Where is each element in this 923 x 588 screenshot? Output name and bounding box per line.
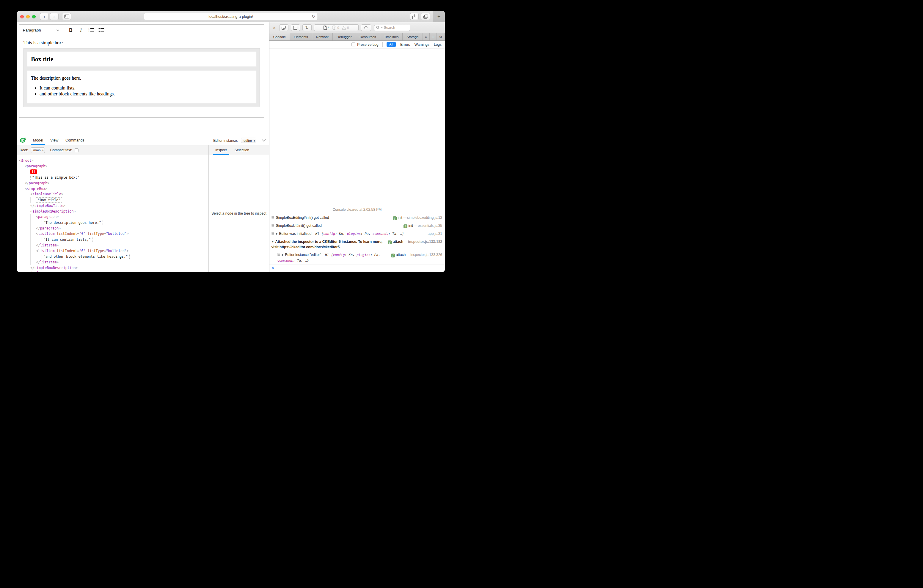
tab-model[interactable]: Model <box>31 136 45 145</box>
address-bar[interactable]: localhost/creating-a-plugin/ ↻ <box>144 13 318 20</box>
simple-box-widget[interactable]: Box title The description goes here. It … <box>23 48 260 107</box>
source-link[interactable]: simpleboxediting.js:12 <box>407 215 442 220</box>
resource-summary-button[interactable]: 4 0 <box>314 25 359 31</box>
disclosure-collapsed-icon[interactable]: ▶ <box>276 231 278 237</box>
source-link[interactable]: essentials.js:35 <box>418 223 442 228</box>
element-node[interactable]: <simpleBoxTitle> <box>30 191 63 197</box>
box-title-heading[interactable]: Box title <box>31 56 253 63</box>
dock-bottom-icon <box>293 26 297 30</box>
close-devtools-button[interactable]: × <box>272 25 277 30</box>
disclosure-expanded-icon[interactable]: ▼ <box>271 239 274 244</box>
element-node[interactable]: </simpleBoxTitle> <box>30 203 66 209</box>
text-node[interactable]: "The description goes here." <box>42 220 103 226</box>
text-node[interactable]: "Box title" <box>36 197 62 203</box>
chevron-double-icon[interactable]: » <box>423 33 430 40</box>
filter-scope-all[interactable]: All <box>387 42 396 47</box>
element-node[interactable]: </paragraph> <box>36 226 61 231</box>
source-link[interactable]: app.js:31 <box>428 232 442 236</box>
text-node-box[interactable]: "It can contain lists," <box>42 237 92 242</box>
list-item[interactable]: and other block elements like headings. <box>39 91 253 97</box>
element-node[interactable]: <simpleBoxDescription> <box>30 209 76 214</box>
tab-selection[interactable]: Selection <box>232 145 251 155</box>
minimize-window-button[interactable] <box>26 15 30 18</box>
dock-bottom-button[interactable] <box>291 25 300 31</box>
source-link[interactable]: inspector.js:133:326 <box>411 253 442 257</box>
ckeditor-docs-link[interactable]: https://ckeditor.com/docs/ckeditor5 <box>279 245 340 249</box>
plus-icon[interactable]: + <box>430 33 437 40</box>
new-tab-button[interactable]: + <box>433 11 445 22</box>
text-node-box[interactable]: "and other block elements like headings.… <box>42 254 130 259</box>
element-node[interactable]: </listItem> <box>36 260 59 265</box>
element-node[interactable]: </listItem> <box>36 243 59 248</box>
description-paragraph[interactable]: The description goes here. <box>31 76 253 81</box>
bold-button[interactable]: B <box>66 28 76 33</box>
devtools-tab-resources[interactable]: Resources <box>356 33 380 40</box>
selection-marker-line[interactable]: [] <box>30 169 37 174</box>
source-link[interactable]: inspector.js:133:182 <box>408 240 442 244</box>
devtools-search-field[interactable]: Search <box>374 25 411 31</box>
heading-dropdown[interactable]: Paragraph <box>23 28 59 33</box>
devtools-tab-elements[interactable]: Elements <box>290 33 312 40</box>
devtools-tab-timelines[interactable]: Timelines <box>380 33 403 40</box>
gear-icon[interactable]: ⚙ <box>437 33 445 40</box>
list-item[interactable]: It can contain lists, <box>39 85 253 91</box>
text-node[interactable]: "This is a simple box:" <box>30 174 81 181</box>
close-window-button[interactable] <box>20 15 24 18</box>
filter-scope-logs[interactable]: Logs <box>434 43 442 47</box>
filter-scope-errors[interactable]: Errors <box>400 43 410 47</box>
element-node[interactable]: </paragraph> <box>25 181 49 186</box>
editor-editable[interactable]: This is a simple box: Box title The desc… <box>19 36 264 118</box>
text-node[interactable]: "It can contain lists," <box>42 237 92 243</box>
preserve-log-checkbox[interactable] <box>351 43 355 46</box>
tab-commands[interactable]: Commands <box>63 136 87 145</box>
devtools-tab-debugger[interactable]: Debugger <box>333 33 356 40</box>
svg-text:5: 5 <box>25 138 26 140</box>
devtools-tab-network[interactable]: Network <box>312 33 333 40</box>
reload-page-button[interactable]: ↻ <box>302 25 312 31</box>
simple-box-title[interactable]: Box title <box>27 52 256 67</box>
console-prompt[interactable]: > <box>269 264 445 272</box>
element-node[interactable]: <paragraph> <box>36 214 59 220</box>
root-select[interactable]: main ▴▾ <box>31 148 45 153</box>
bulleted-list-button[interactable] <box>96 28 106 33</box>
filter-scope-warnings[interactable]: Warnings <box>414 43 429 47</box>
disclosure-collapsed-icon[interactable]: ▶ <box>282 252 284 258</box>
element-node[interactable]: <$root> <box>19 158 34 164</box>
console-row[interactable]: fattach—inspector.js:133:182▼Attached th… <box>269 238 445 251</box>
dock-side-button[interactable] <box>279 25 288 31</box>
console-row[interactable]: fattach—inspector.js:133:326▶Editor inst… <box>269 251 445 264</box>
log-message-icon <box>278 252 281 258</box>
element-node[interactable]: </simpleBox> <box>25 271 49 272</box>
text-node-box[interactable]: "This is a simple box:" <box>30 175 81 180</box>
compact-text-checkbox[interactable] <box>75 148 79 152</box>
console-row: finit—simpleboxediting.js:12SimpleBoxEdi… <box>269 214 445 222</box>
tab-inspect[interactable]: Inspect <box>213 145 229 155</box>
tab-view[interactable]: View <box>48 136 60 145</box>
reload-icon[interactable]: ↻ <box>312 14 315 19</box>
element-node[interactable]: <listItem listIndent="0" listType="bulle… <box>36 248 129 254</box>
console-row[interactable]: app.js:31▶Editor was initialized – Hl {c… <box>269 230 445 238</box>
element-node[interactable]: <listItem listIndent="0" listType="bulle… <box>36 231 129 237</box>
devtools-tab-console[interactable]: Console <box>269 33 290 40</box>
editor-paragraph[interactable]: This is a simple box: <box>23 40 260 46</box>
simple-box-description[interactable]: The description goes here. It can contai… <box>27 71 256 103</box>
share-button[interactable] <box>410 13 419 20</box>
element-node[interactable]: </simpleBoxDescription> <box>30 265 77 271</box>
selection-marker[interactable]: [] <box>30 169 37 174</box>
text-node[interactable]: "and other block elements like headings.… <box>42 254 130 260</box>
text-node-box[interactable]: "Box title" <box>36 197 62 203</box>
element-node[interactable]: <paragraph> <box>25 164 47 169</box>
zoom-window-button[interactable] <box>32 15 36 18</box>
text-node-box[interactable]: "The description goes here." <box>42 220 103 225</box>
sidebar-button[interactable] <box>62 13 71 20</box>
devtools-tab-storage[interactable]: Storage <box>402 33 422 40</box>
numbered-list-button[interactable]: 1 2 <box>86 28 96 33</box>
tab-overview-button[interactable] <box>421 13 430 20</box>
element-node[interactable]: <simpleBox> <box>25 186 47 192</box>
element-picker-button[interactable] <box>361 25 371 31</box>
collapse-inspector-icon[interactable] <box>262 139 266 142</box>
italic-button[interactable]: I <box>76 27 86 33</box>
forward-button[interactable]: › <box>50 13 59 20</box>
back-button[interactable]: ‹ <box>40 13 49 20</box>
editor-instance-select[interactable]: editor ▴▾ <box>241 138 256 143</box>
